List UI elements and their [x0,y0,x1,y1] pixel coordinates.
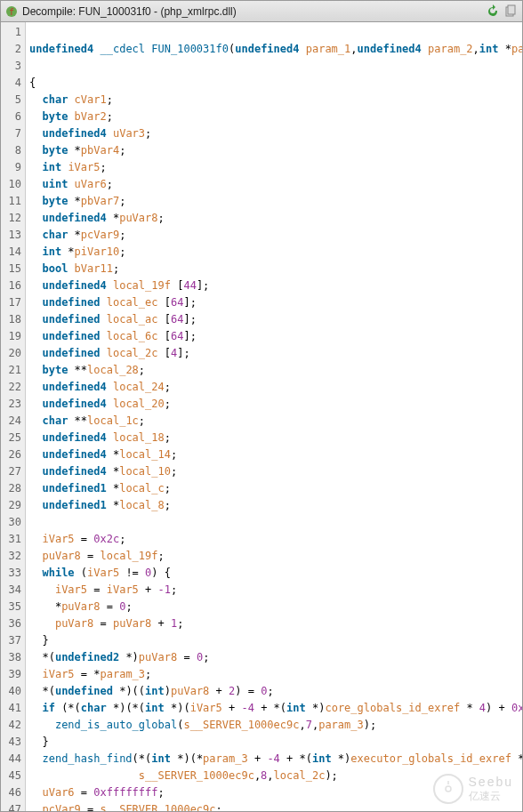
code-area[interactable]: undefined4 __cdecl FUN_100031f0(undefine… [26,22,522,811]
line-number: 26 [1,446,25,463]
code-line: byte bVar2; [29,109,522,125]
line-number: 25 [1,430,25,446]
line-number: 11 [1,193,25,210]
window-title: Decompile: FUN_100031f0 - (php_xmlrpc.dl… [22,5,483,18]
line-number-gutter: 1 2 3 4 5 6 7 8 9 10 11 12 13 14 15 16 1… [1,22,26,811]
code-line: undefined4 *local_10; [29,463,522,480]
code-line: *(undefined *)((int)puVar8 + 2) = 0; [29,683,522,700]
code-line: undefined local_6c [64]; [29,328,522,345]
line-number: 30 [1,514,25,531]
editor-content: 1 2 3 4 5 6 7 8 9 10 11 12 13 14 15 16 1… [1,22,522,811]
code-line [29,24,522,41]
code-line: undefined4 uVar3; [29,125,522,142]
code-line: puVar8 = local_19f; [29,548,522,565]
code-line: undefined4 local_19f [44]; [29,277,522,294]
code-line: undefined1 *local_c; [29,480,522,497]
svg-rect-3 [508,5,515,14]
line-number: 24 [1,413,25,430]
line-number: 19 [1,328,25,345]
code-line: uint uVar6; [29,176,522,193]
code-line: zend_is_auto_global(s__SERVER_1000ec9c,7… [29,717,522,734]
line-number: 6 [1,109,25,125]
code-line: } [29,632,522,649]
line-number: 15 [1,261,25,277]
line-number: 38 [1,649,25,666]
svg-text:f: f [9,7,14,17]
code-line: undefined4 __cdecl FUN_100031f0(undefine… [29,41,522,58]
line-number: 23 [1,396,25,413]
line-number: 5 [1,92,25,109]
code-line: undefined local_2c [4]; [29,345,522,362]
code-line: zend_hash_find(*(int *)(*param_3 + -4 + … [29,751,522,768]
line-number: 27 [1,463,25,480]
code-line: } [29,734,522,751]
code-line: undefined4 *puVar8; [29,210,522,227]
line-number: 18 [1,311,25,328]
code-line: iVar5 = iVar5 + -1; [29,582,522,599]
code-line: bool bVar11; [29,261,522,277]
line-number: 4 [1,75,25,92]
line-number: 35 [1,599,25,615]
code-line: undefined4 *local_14; [29,446,522,463]
code-line: if (*(char *)(*(int *)(iVar5 + -4 + *(in… [29,700,522,717]
line-number: 14 [1,244,25,261]
line-number: 42 [1,717,25,734]
line-number: 47 [1,801,25,812]
line-number: 12 [1,210,25,227]
code-line: *puVar8 = 0; [29,599,522,615]
code-line: byte **local_28; [29,362,522,379]
line-number: 41 [1,700,25,717]
line-number: 40 [1,683,25,700]
line-number: 29 [1,497,25,514]
line-number: 31 [1,531,25,548]
line-number: 32 [1,548,25,565]
line-number: 9 [1,159,25,176]
line-number: 45 [1,768,25,784]
code-line: undefined4 local_24; [29,379,522,396]
line-number: 2 [1,41,25,58]
line-number: 34 [1,582,25,599]
code-line: byte *pbVar4; [29,142,522,159]
line-number: 16 [1,277,25,294]
line-number: 7 [1,125,25,142]
line-number: 36 [1,615,25,632]
code-line: iVar5 = *param_3; [29,666,522,683]
line-number: 37 [1,632,25,649]
code-line: uVar6 = 0xffffffff; [29,784,522,801]
line-number: 33 [1,565,25,582]
code-line [29,514,522,531]
code-line: undefined4 local_20; [29,396,522,413]
line-number: 43 [1,734,25,751]
code-line: int *piVar10; [29,244,522,261]
line-number: 10 [1,176,25,193]
line-number: 44 [1,751,25,768]
code-line: char **local_1c; [29,413,522,430]
code-line: pcVar9 = s__SERVER_1000ec9c; [29,801,522,811]
line-number: 13 [1,227,25,244]
line-number: 21 [1,362,25,379]
line-number: 8 [1,142,25,159]
code-line: undefined4 local_18; [29,430,522,446]
code-line: byte *pbVar7; [29,193,522,210]
code-line: undefined local_ec [64]; [29,294,522,311]
code-line [29,58,522,75]
copy-icon[interactable] [503,4,519,20]
line-number: 39 [1,666,25,683]
line-number: 1 [1,24,25,41]
code-line: int iVar5; [29,159,522,176]
code-line: undefined1 *local_8; [29,497,522,514]
app-icon: f [4,4,19,19]
titlebar: f Decompile: FUN_100031f0 - (php_xmlrpc.… [1,1,522,22]
code-line: iVar5 = 0x2c; [29,531,522,548]
line-number: 46 [1,784,25,801]
code-line: char *pcVar9; [29,227,522,244]
code-line: s__SERVER_1000ec9c,8,local_2c); [29,768,522,784]
code-line: puVar8 = puVar8 + 1; [29,615,522,632]
line-number: 22 [1,379,25,396]
refresh-icon[interactable] [485,4,501,20]
line-number: 17 [1,294,25,311]
code-line: *(undefined2 *)puVar8 = 0; [29,649,522,666]
line-number: 28 [1,480,25,497]
code-line: while (iVar5 != 0) { [29,565,522,582]
line-number: 3 [1,58,25,75]
